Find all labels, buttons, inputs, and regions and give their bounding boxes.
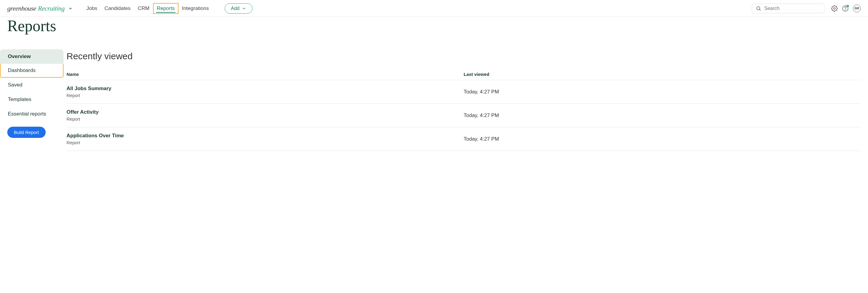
table-row[interactable]: Offer Activity Report Today, 4:27 PM (66, 104, 861, 127)
brand[interactable]: greenhouse Recruiting (7, 4, 73, 12)
search-icon (756, 6, 761, 11)
page-body: Overview Dashboards Saved Templates Esse… (0, 42, 868, 158)
brand-part1: greenhouse (7, 4, 36, 12)
chevron-down-icon[interactable] (68, 6, 73, 11)
main-content: Recently viewed Name Last viewed All Job… (63, 42, 868, 158)
settings-button[interactable] (831, 5, 838, 12)
row-title: All Jobs Summary (66, 86, 464, 92)
nav-candidates[interactable]: Candidates (101, 3, 134, 14)
row-last-viewed: Today, 4:27 PM (464, 112, 861, 119)
table-header: Name Last viewed (66, 69, 861, 80)
sidebar-item-essential[interactable]: Essential reports (0, 107, 63, 121)
col-name-header: Name (66, 72, 464, 77)
row-title: Offer Activity (66, 109, 464, 115)
svg-point-2 (834, 7, 835, 9)
notification-dot-icon (846, 5, 849, 7)
avatar[interactable]: GH (853, 4, 861, 12)
add-label: Add (231, 6, 240, 11)
row-subtitle: Report (66, 140, 464, 145)
sidebar: Overview Dashboards Saved Templates Esse… (0, 42, 63, 143)
row-subtitle: Report (66, 93, 464, 98)
row-last-viewed: Today, 4:27 PM (464, 89, 861, 95)
table-row[interactable]: Applications Over Time Report Today, 4:2… (66, 127, 861, 151)
row-title: Applications Over Time (66, 133, 464, 139)
chevron-down-icon (242, 6, 246, 10)
row-subtitle: Report (66, 117, 464, 122)
search-box[interactable] (752, 4, 825, 13)
build-report-button[interactable]: Build Report (7, 127, 46, 138)
brand-part2: Recruiting (38, 4, 65, 12)
recently-viewed-table: Name Last viewed All Jobs Summary Report… (66, 69, 861, 151)
help-button[interactable] (842, 5, 849, 12)
sidebar-item-dashboards[interactable]: Dashboards (0, 64, 63, 78)
svg-point-0 (757, 7, 760, 10)
nav-links: Jobs Candidates CRM Reports Integrations (83, 3, 212, 14)
nav-crm[interactable]: CRM (134, 3, 153, 14)
sidebar-item-templates[interactable]: Templates (0, 92, 63, 107)
section-title: Recently viewed (66, 51, 861, 61)
gear-icon (831, 5, 838, 12)
top-nav: greenhouse Recruiting Jobs Candidates CR… (0, 0, 868, 17)
top-icons: GH (831, 4, 861, 12)
avatar-initials: GH (855, 7, 859, 10)
page-title: Reports (0, 17, 868, 42)
col-last-header: Last viewed (464, 72, 861, 77)
search-input[interactable] (764, 6, 825, 11)
table-row[interactable]: All Jobs Summary Report Today, 4:27 PM (66, 80, 861, 104)
nav-reports[interactable]: Reports (153, 3, 179, 14)
nav-jobs[interactable]: Jobs (83, 3, 101, 14)
row-last-viewed: Today, 4:27 PM (464, 136, 861, 142)
sidebar-item-saved[interactable]: Saved (0, 78, 63, 92)
svg-line-1 (760, 9, 760, 10)
sidebar-item-overview[interactable]: Overview (0, 49, 63, 64)
svg-point-4 (845, 10, 845, 10)
nav-integrations[interactable]: Integrations (179, 3, 213, 14)
add-button[interactable]: Add (225, 3, 252, 13)
